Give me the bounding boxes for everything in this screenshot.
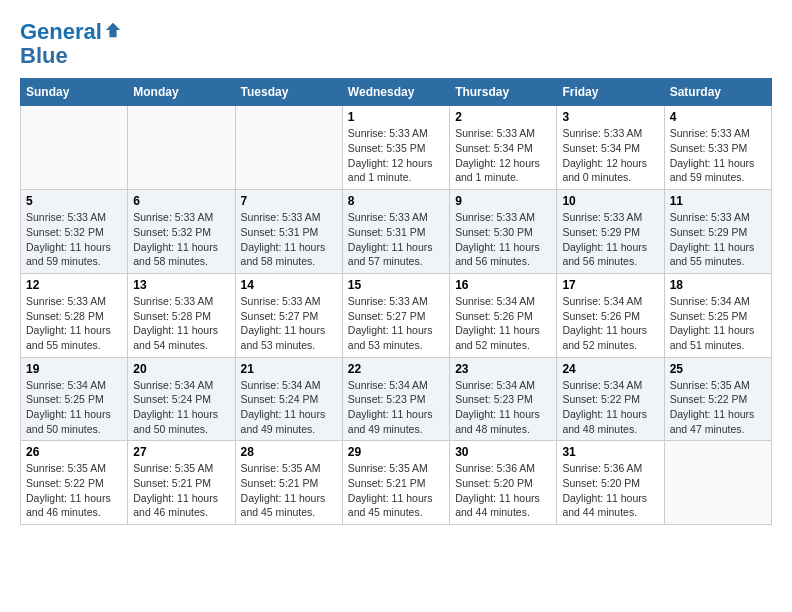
day-number: 3 xyxy=(562,110,658,124)
day-number: 15 xyxy=(348,278,444,292)
calendar-table: SundayMondayTuesdayWednesdayThursdayFrid… xyxy=(20,78,772,525)
calendar-cell: 15Sunrise: 5:33 AM Sunset: 5:27 PM Dayli… xyxy=(342,273,449,357)
day-info: Sunrise: 5:35 AM Sunset: 5:22 PM Dayligh… xyxy=(26,461,122,520)
day-info: Sunrise: 5:35 AM Sunset: 5:22 PM Dayligh… xyxy=(670,378,766,437)
day-number: 8 xyxy=(348,194,444,208)
calendar-cell: 23Sunrise: 5:34 AM Sunset: 5:23 PM Dayli… xyxy=(450,357,557,441)
calendar-cell xyxy=(128,106,235,190)
calendar-cell: 10Sunrise: 5:33 AM Sunset: 5:29 PM Dayli… xyxy=(557,190,664,274)
calendar-cell: 13Sunrise: 5:33 AM Sunset: 5:28 PM Dayli… xyxy=(128,273,235,357)
day-number: 13 xyxy=(133,278,229,292)
day-number: 2 xyxy=(455,110,551,124)
day-number: 31 xyxy=(562,445,658,459)
calendar-cell: 7Sunrise: 5:33 AM Sunset: 5:31 PM Daylig… xyxy=(235,190,342,274)
calendar-cell: 25Sunrise: 5:35 AM Sunset: 5:22 PM Dayli… xyxy=(664,357,771,441)
calendar-week-row: 1Sunrise: 5:33 AM Sunset: 5:35 PM Daylig… xyxy=(21,106,772,190)
day-number: 10 xyxy=(562,194,658,208)
day-number: 5 xyxy=(26,194,122,208)
calendar-cell: 24Sunrise: 5:34 AM Sunset: 5:22 PM Dayli… xyxy=(557,357,664,441)
day-info: Sunrise: 5:33 AM Sunset: 5:32 PM Dayligh… xyxy=(133,210,229,269)
calendar-cell: 5Sunrise: 5:33 AM Sunset: 5:32 PM Daylig… xyxy=(21,190,128,274)
day-number: 23 xyxy=(455,362,551,376)
day-number: 25 xyxy=(670,362,766,376)
calendar-cell: 11Sunrise: 5:33 AM Sunset: 5:29 PM Dayli… xyxy=(664,190,771,274)
calendar-week-row: 26Sunrise: 5:35 AM Sunset: 5:22 PM Dayli… xyxy=(21,441,772,525)
day-info: Sunrise: 5:33 AM Sunset: 5:35 PM Dayligh… xyxy=(348,126,444,185)
day-number: 21 xyxy=(241,362,337,376)
calendar-week-row: 5Sunrise: 5:33 AM Sunset: 5:32 PM Daylig… xyxy=(21,190,772,274)
day-info: Sunrise: 5:34 AM Sunset: 5:24 PM Dayligh… xyxy=(241,378,337,437)
day-number: 20 xyxy=(133,362,229,376)
day-number: 24 xyxy=(562,362,658,376)
day-number: 7 xyxy=(241,194,337,208)
calendar-cell: 2Sunrise: 5:33 AM Sunset: 5:34 PM Daylig… xyxy=(450,106,557,190)
day-number: 30 xyxy=(455,445,551,459)
calendar-cell: 18Sunrise: 5:34 AM Sunset: 5:25 PM Dayli… xyxy=(664,273,771,357)
calendar-cell: 1Sunrise: 5:33 AM Sunset: 5:35 PM Daylig… xyxy=(342,106,449,190)
day-info: Sunrise: 5:34 AM Sunset: 5:26 PM Dayligh… xyxy=(455,294,551,353)
day-info: Sunrise: 5:34 AM Sunset: 5:25 PM Dayligh… xyxy=(26,378,122,437)
calendar-cell: 9Sunrise: 5:33 AM Sunset: 5:30 PM Daylig… xyxy=(450,190,557,274)
day-info: Sunrise: 5:36 AM Sunset: 5:20 PM Dayligh… xyxy=(455,461,551,520)
logo-general: General xyxy=(20,19,102,44)
day-number: 19 xyxy=(26,362,122,376)
day-info: Sunrise: 5:35 AM Sunset: 5:21 PM Dayligh… xyxy=(348,461,444,520)
day-info: Sunrise: 5:33 AM Sunset: 5:29 PM Dayligh… xyxy=(562,210,658,269)
logo-blue: Blue xyxy=(20,43,68,68)
day-info: Sunrise: 5:34 AM Sunset: 5:22 PM Dayligh… xyxy=(562,378,658,437)
day-info: Sunrise: 5:33 AM Sunset: 5:31 PM Dayligh… xyxy=(348,210,444,269)
day-number: 12 xyxy=(26,278,122,292)
day-info: Sunrise: 5:33 AM Sunset: 5:31 PM Dayligh… xyxy=(241,210,337,269)
calendar-cell: 6Sunrise: 5:33 AM Sunset: 5:32 PM Daylig… xyxy=(128,190,235,274)
logo-icon xyxy=(104,21,122,39)
day-info: Sunrise: 5:33 AM Sunset: 5:33 PM Dayligh… xyxy=(670,126,766,185)
day-number: 11 xyxy=(670,194,766,208)
day-number: 27 xyxy=(133,445,229,459)
weekday-header: Thursday xyxy=(450,79,557,106)
calendar-cell: 31Sunrise: 5:36 AM Sunset: 5:20 PM Dayli… xyxy=(557,441,664,525)
calendar-cell: 8Sunrise: 5:33 AM Sunset: 5:31 PM Daylig… xyxy=(342,190,449,274)
weekday-header: Friday xyxy=(557,79,664,106)
day-info: Sunrise: 5:33 AM Sunset: 5:27 PM Dayligh… xyxy=(241,294,337,353)
calendar-cell: 27Sunrise: 5:35 AM Sunset: 5:21 PM Dayli… xyxy=(128,441,235,525)
calendar-cell: 26Sunrise: 5:35 AM Sunset: 5:22 PM Dayli… xyxy=(21,441,128,525)
day-number: 26 xyxy=(26,445,122,459)
day-number: 28 xyxy=(241,445,337,459)
day-number: 1 xyxy=(348,110,444,124)
logo: General Blue xyxy=(20,20,122,68)
calendar-cell: 30Sunrise: 5:36 AM Sunset: 5:20 PM Dayli… xyxy=(450,441,557,525)
calendar-cell: 16Sunrise: 5:34 AM Sunset: 5:26 PM Dayli… xyxy=(450,273,557,357)
day-info: Sunrise: 5:33 AM Sunset: 5:28 PM Dayligh… xyxy=(133,294,229,353)
day-number: 16 xyxy=(455,278,551,292)
day-number: 17 xyxy=(562,278,658,292)
calendar-cell: 20Sunrise: 5:34 AM Sunset: 5:24 PM Dayli… xyxy=(128,357,235,441)
calendar-cell: 14Sunrise: 5:33 AM Sunset: 5:27 PM Dayli… xyxy=(235,273,342,357)
day-number: 4 xyxy=(670,110,766,124)
weekday-header: Monday xyxy=(128,79,235,106)
page-header: General Blue xyxy=(20,20,772,68)
calendar-cell xyxy=(21,106,128,190)
day-number: 29 xyxy=(348,445,444,459)
day-number: 6 xyxy=(133,194,229,208)
day-info: Sunrise: 5:33 AM Sunset: 5:29 PM Dayligh… xyxy=(670,210,766,269)
svg-marker-0 xyxy=(106,23,120,37)
weekday-header: Saturday xyxy=(664,79,771,106)
day-info: Sunrise: 5:34 AM Sunset: 5:24 PM Dayligh… xyxy=(133,378,229,437)
day-info: Sunrise: 5:36 AM Sunset: 5:20 PM Dayligh… xyxy=(562,461,658,520)
calendar-cell: 19Sunrise: 5:34 AM Sunset: 5:25 PM Dayli… xyxy=(21,357,128,441)
day-info: Sunrise: 5:34 AM Sunset: 5:23 PM Dayligh… xyxy=(455,378,551,437)
day-number: 9 xyxy=(455,194,551,208)
calendar-cell xyxy=(235,106,342,190)
calendar-cell: 4Sunrise: 5:33 AM Sunset: 5:33 PM Daylig… xyxy=(664,106,771,190)
calendar-cell: 12Sunrise: 5:33 AM Sunset: 5:28 PM Dayli… xyxy=(21,273,128,357)
day-info: Sunrise: 5:35 AM Sunset: 5:21 PM Dayligh… xyxy=(133,461,229,520)
calendar-cell: 17Sunrise: 5:34 AM Sunset: 5:26 PM Dayli… xyxy=(557,273,664,357)
calendar-week-row: 12Sunrise: 5:33 AM Sunset: 5:28 PM Dayli… xyxy=(21,273,772,357)
calendar-week-row: 19Sunrise: 5:34 AM Sunset: 5:25 PM Dayli… xyxy=(21,357,772,441)
calendar-cell xyxy=(664,441,771,525)
calendar-cell: 21Sunrise: 5:34 AM Sunset: 5:24 PM Dayli… xyxy=(235,357,342,441)
day-info: Sunrise: 5:33 AM Sunset: 5:27 PM Dayligh… xyxy=(348,294,444,353)
day-info: Sunrise: 5:33 AM Sunset: 5:30 PM Dayligh… xyxy=(455,210,551,269)
calendar-cell: 22Sunrise: 5:34 AM Sunset: 5:23 PM Dayli… xyxy=(342,357,449,441)
calendar-cell: 29Sunrise: 5:35 AM Sunset: 5:21 PM Dayli… xyxy=(342,441,449,525)
